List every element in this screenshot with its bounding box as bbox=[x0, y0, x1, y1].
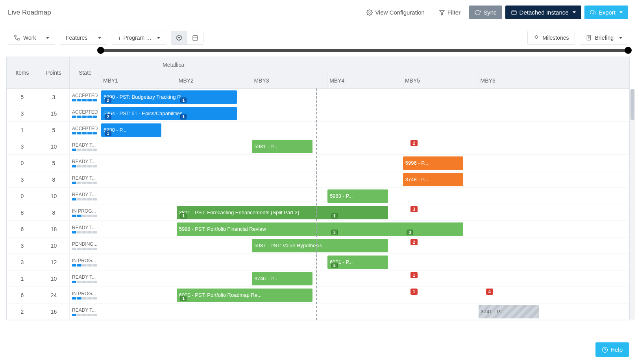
row-timeline: 3741 - P... bbox=[101, 303, 629, 320]
dependency-badge[interactable]: 2 bbox=[410, 140, 418, 146]
cell-points: 8 bbox=[38, 171, 70, 188]
cell-state: PENDING... bbox=[70, 237, 101, 254]
sprint-header bbox=[554, 73, 629, 88]
dependency-badge[interactable]: 1 bbox=[410, 272, 418, 278]
slider-handle-left[interactable] bbox=[97, 47, 104, 54]
table-row: 312IN PROG...6001 - P...2 bbox=[7, 254, 629, 270]
roadmap-bar[interactable]: 3746 - P... bbox=[252, 272, 312, 285]
filter-button[interactable]: Filter bbox=[433, 6, 466, 19]
slider-handle-right[interactable] bbox=[625, 47, 632, 54]
cell-items: 6 bbox=[7, 287, 38, 303]
funnel-icon bbox=[439, 9, 445, 16]
cell-points: 5 bbox=[38, 155, 70, 171]
detached-instance-button[interactable]: Detached Instance bbox=[505, 6, 581, 19]
row-timeline: 6001 - P...2 bbox=[101, 254, 629, 270]
table-row: 315ACCEPTED5964 - PST: 51 - Epics/Capabi… bbox=[7, 105, 629, 122]
row-timeline: 5980 - P...1 bbox=[101, 122, 629, 138]
roadmap-bar[interactable]: 5964 - PST: 51 - Epics/Capabilities...21 bbox=[101, 107, 237, 120]
roadmap-bar[interactable]: 5990 - PST: Budgetary Tracking R...21 bbox=[101, 90, 237, 104]
calendar-view-toggle[interactable] bbox=[187, 31, 203, 44]
sprint-header: MBY6 bbox=[479, 73, 554, 88]
table-row: 216READY T...3741 - P... bbox=[7, 303, 629, 320]
progress-segments bbox=[72, 248, 97, 250]
roadmap-bar[interactable]: 5996 - P... bbox=[403, 156, 463, 170]
cell-items: 0 bbox=[7, 188, 38, 204]
cell-state: ACCEPTED bbox=[70, 105, 101, 121]
milestone-icon bbox=[533, 35, 540, 41]
table-row: 010READY T...5983 - P... bbox=[7, 188, 629, 204]
roadmap-bar[interactable]: 5981 - P... bbox=[252, 140, 312, 153]
cell-items: 3 bbox=[7, 138, 38, 154]
state-label: READY T... bbox=[72, 307, 98, 313]
calendar-icon bbox=[192, 35, 198, 41]
dependency-badge[interactable]: 4 bbox=[486, 289, 493, 295]
row-timeline: 3746 - P...1 bbox=[101, 270, 629, 287]
chevron-down-icon bbox=[573, 11, 576, 13]
cell-state: READY T... bbox=[70, 303, 101, 320]
roadmap-bar[interactable]: 6001 - P...2 bbox=[327, 256, 388, 269]
table-row: 624IN PROG...6000 - PST: Portfolio Roadm… bbox=[7, 287, 629, 303]
state-label: IN PROG... bbox=[72, 258, 98, 263]
briefing-dropdown[interactable]: Briefing bbox=[580, 31, 628, 45]
milestones-dropdown[interactable]: Milestones bbox=[527, 31, 575, 45]
scrollbar-thumb[interactable] bbox=[630, 89, 634, 120]
row-timeline: 3748 - P... bbox=[101, 171, 629, 188]
bar-badge: 2 bbox=[331, 263, 338, 268]
roadmap-bar[interactable]: 3741 - P... bbox=[479, 305, 539, 318]
progress-segments bbox=[72, 264, 97, 267]
dependency-badge[interactable]: 3 bbox=[410, 206, 418, 212]
roadmap-bar[interactable]: 3748 - P... bbox=[403, 173, 463, 186]
cell-state: READY T... bbox=[70, 221, 101, 237]
features-dropdown[interactable]: Features bbox=[60, 31, 107, 45]
cell-state: READY T... bbox=[70, 155, 101, 171]
state-label: IN PROG... bbox=[72, 208, 98, 214]
cell-points: 16 bbox=[38, 303, 70, 320]
dependency-badge[interactable]: 1 bbox=[410, 289, 418, 295]
chevron-down-icon bbox=[619, 37, 622, 39]
sprint-header: MBY2 bbox=[177, 73, 252, 88]
roadmap-bar[interactable]: 5987 - PST: Value Hypothesis bbox=[252, 239, 388, 252]
state-label: READY T... bbox=[72, 142, 98, 148]
cell-state: IN PROG... bbox=[70, 204, 101, 221]
row-timeline: 5987 - PST: Value Hypothesis2 bbox=[101, 237, 629, 254]
work-dropdown[interactable]: Work bbox=[8, 31, 55, 45]
state-label: READY T... bbox=[72, 274, 98, 280]
timeline-range-slider[interactable] bbox=[101, 49, 628, 52]
roadmap-bar[interactable]: 5983 - P... bbox=[327, 189, 388, 203]
package-icon bbox=[176, 35, 182, 41]
sync-button[interactable]: Sync bbox=[469, 6, 502, 19]
column-header-points: Points bbox=[38, 57, 69, 88]
svg-rect-2 bbox=[512, 11, 516, 14]
row-timeline: 5996 - P... bbox=[101, 155, 629, 171]
sprint-header: MBY4 bbox=[327, 73, 403, 88]
roadmap-bar[interactable]: 6000 - PST: Portfolio Roadmap Re...1 bbox=[177, 289, 312, 302]
progress-segments bbox=[72, 281, 97, 283]
export-button[interactable]: Export bbox=[584, 6, 628, 19]
progress-segments bbox=[72, 99, 97, 101]
cell-items: 2 bbox=[7, 303, 38, 320]
vertical-scrollbar[interactable] bbox=[630, 89, 635, 320]
roadmap-bar[interactable]: 5980 - P...1 bbox=[101, 123, 161, 137]
cell-items: 3 bbox=[7, 254, 38, 270]
hierarchy-icon bbox=[14, 35, 20, 41]
bar-badge: 3 bbox=[331, 230, 338, 235]
table-row: 38READY T...3748 - P... bbox=[7, 171, 629, 188]
view-mode-toggle[interactable] bbox=[171, 31, 203, 45]
cell-state: IN PROG... bbox=[70, 254, 101, 270]
state-label: ACCEPTED bbox=[72, 109, 98, 115]
dependency-badge[interactable]: 2 bbox=[410, 239, 418, 245]
state-label: PENDING... bbox=[72, 241, 98, 247]
bar-badge: 3 bbox=[407, 230, 413, 235]
program-dropdown[interactable]: ↓ Program … bbox=[112, 31, 166, 45]
view-configuration-button[interactable]: View Configuration bbox=[361, 6, 430, 19]
progress-segments bbox=[72, 297, 97, 300]
roadmap-bar[interactable]: 5998 - PST: Portfolio Financial Review33 bbox=[177, 222, 464, 236]
state-label: ACCEPTED bbox=[72, 126, 98, 131]
sprint-header: MBY5 bbox=[403, 73, 479, 88]
column-header-items: Items bbox=[7, 57, 38, 88]
state-label: ACCEPTED bbox=[72, 93, 98, 98]
box-view-toggle[interactable] bbox=[171, 31, 187, 44]
roadmap-bar[interactable]: 3811 - PST: Forecasting Enhancements (Sp… bbox=[177, 206, 388, 219]
cell-points: 18 bbox=[38, 221, 70, 237]
bar-badge: 1 bbox=[180, 97, 187, 103]
